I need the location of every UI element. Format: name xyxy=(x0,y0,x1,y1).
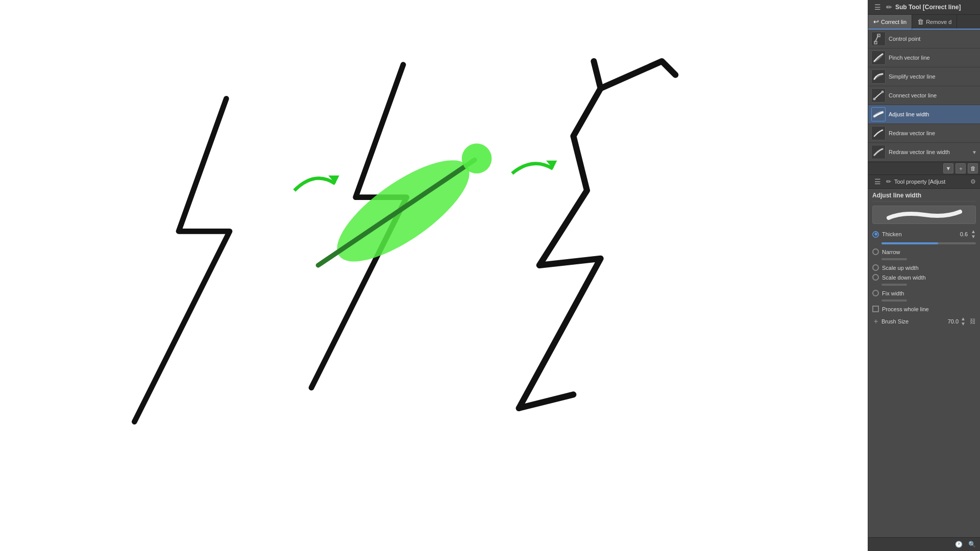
connect-icon-box xyxy=(871,88,886,103)
canvas-area xyxy=(0,0,868,551)
checkbox-process-whole[interactable] xyxy=(872,306,879,312)
tab-bar: ↩ Correct lin 🗑 Remove d xyxy=(868,15,980,30)
svg-point-8 xyxy=(873,98,876,101)
subtool-title: Sub Tool [Correct line] xyxy=(895,4,961,11)
label-process-whole: Process whole line xyxy=(882,306,929,312)
panel-bottom: 🕐 🔍 xyxy=(868,537,980,551)
tool-property-header: ☰ ✏ Tool property [Adjust ⚙ xyxy=(868,175,980,189)
spinner-thicken[interactable]: ▲▼ xyxy=(971,229,976,239)
svg-line-2 xyxy=(318,160,475,265)
svg-point-3 xyxy=(462,143,492,173)
right-result xyxy=(519,61,676,408)
property-settings-icon[interactable]: ⚙ xyxy=(970,178,976,185)
option-fix-width[interactable]: Fix width xyxy=(872,290,976,296)
brush-size-row: ＋ Brush Size 70.0 ▲▼ ⛓ xyxy=(872,316,976,327)
brush-preview-svg xyxy=(884,207,965,223)
tab-remove[interactable]: 🗑 Remove d xyxy=(912,15,957,29)
label-scale-down: Scale down width xyxy=(882,274,976,281)
brush-size-plus-icon[interactable]: ＋ xyxy=(872,317,879,326)
control-point-icon xyxy=(873,33,884,44)
label-thicken: Thicken xyxy=(882,231,957,237)
tab-correct-icon: ↩ xyxy=(873,18,879,26)
adjust-icon-box xyxy=(871,107,886,121)
subtool-header: ☰ ✏ Sub Tool [Correct line] xyxy=(868,0,980,15)
svg-point-9 xyxy=(881,91,884,93)
slider-fix-width[interactable] xyxy=(881,299,907,302)
svg-rect-6 xyxy=(874,41,877,44)
tool-list-footer: ▼ ＋ 🗑 xyxy=(868,162,980,175)
property-title: Adjust line width xyxy=(872,192,976,202)
property-hamburger[interactable]: ☰ xyxy=(872,178,883,186)
tool-item-redraw[interactable]: Redraw vector line xyxy=(868,124,980,143)
tool-label-control-point: Control point xyxy=(889,36,977,42)
tool-label-connect: Connect vector line xyxy=(889,92,977,98)
tool-item-connect[interactable]: Connect vector line xyxy=(868,86,980,105)
redraw-icon-box xyxy=(871,126,886,140)
hamburger-menu[interactable]: ☰ xyxy=(872,3,883,11)
adjust-icon xyxy=(873,109,884,120)
tab-correct-label: Correct lin xyxy=(881,19,906,25)
radio-thicken[interactable] xyxy=(872,231,879,238)
subtool-icon: ✏ xyxy=(886,3,892,11)
redraw-width-expand-icon: ▼ xyxy=(972,149,977,155)
left-bolt xyxy=(134,98,230,421)
brush-size-link-icon[interactable]: ⛓ xyxy=(970,318,976,325)
option-thicken[interactable]: Thicken 0.6 ▲▼ xyxy=(872,229,976,239)
tool-item-simplify[interactable]: Simplify vector line xyxy=(868,67,980,86)
slider-thicken-fill xyxy=(881,242,938,244)
tab-correct-line[interactable]: ↩ Correct lin xyxy=(868,15,912,30)
spinner-brush-size[interactable]: ▲▼ xyxy=(961,316,966,327)
radio-scale-up[interactable] xyxy=(872,264,879,271)
slider-scale-down[interactable] xyxy=(881,284,907,286)
right-panel: ☰ ✏ Sub Tool [Correct line] ↩ Correct li… xyxy=(868,0,980,551)
redraw-icon xyxy=(873,128,884,139)
option-process-whole[interactable]: Process whole line xyxy=(872,306,976,312)
connect-icon xyxy=(873,90,884,101)
label-scale-up: Scale up width xyxy=(882,265,976,271)
value-thicken: 0.6 xyxy=(960,231,968,237)
svg-point-1 xyxy=(323,143,483,280)
label-fix-width: Fix width xyxy=(882,290,976,296)
property-icon: ✏ xyxy=(886,178,891,185)
option-narrow[interactable]: Narrow xyxy=(872,248,976,255)
tool-list: Control point Pinch vector line Simplify… xyxy=(868,30,980,162)
tool-label-redraw: Redraw vector line xyxy=(889,130,977,136)
middle-bolt xyxy=(311,65,492,388)
slider-narrow[interactable] xyxy=(881,258,907,260)
tool-item-control-point[interactable]: Control point xyxy=(868,30,980,48)
brush-size-value: 70.0 xyxy=(948,318,959,324)
bottom-search-icon[interactable]: 🔍 xyxy=(967,539,977,549)
option-scale-down[interactable]: Scale down width xyxy=(872,274,976,281)
arrow-1 xyxy=(295,176,339,190)
radio-fix-width[interactable] xyxy=(872,290,879,296)
pinch-icon-box xyxy=(871,51,886,65)
radio-scale-down[interactable] xyxy=(872,274,879,281)
redraw-width-icon-box xyxy=(871,145,886,159)
tool-label-adjust: Adjust line width xyxy=(889,111,977,117)
tab-remove-label: Remove d xyxy=(926,19,951,25)
tool-footer-down-btn[interactable]: ▼ xyxy=(943,163,953,173)
tool-footer-delete-btn[interactable]: 🗑 xyxy=(968,163,978,173)
brush-size-label: Brush Size xyxy=(881,318,946,324)
option-scale-up[interactable]: Scale up width xyxy=(872,264,976,271)
radio-narrow[interactable] xyxy=(872,248,879,255)
tool-item-adjust[interactable]: Adjust line width xyxy=(868,105,980,124)
tab-remove-icon: 🗑 xyxy=(917,18,924,26)
control-point-icon-box xyxy=(871,32,886,46)
bottom-clock-icon[interactable]: 🕐 xyxy=(953,539,964,549)
redraw-width-icon xyxy=(873,146,884,158)
slider-thicken[interactable] xyxy=(881,242,976,244)
tool-label-simplify: Simplify vector line xyxy=(889,73,977,80)
tool-item-redraw-width[interactable]: Redraw vector line width ▼ xyxy=(868,143,980,162)
tool-footer-add-btn[interactable]: ＋ xyxy=(955,163,966,173)
pinch-icon xyxy=(873,52,884,63)
simplify-icon xyxy=(873,71,884,82)
tool-label-pinch: Pinch vector line xyxy=(889,55,977,61)
brush-preview xyxy=(872,206,976,224)
property-header-title: Tool property [Adjust xyxy=(894,179,945,185)
tool-label-redraw-width: Redraw vector line width xyxy=(889,149,969,155)
tool-item-pinch[interactable]: Pinch vector line xyxy=(868,48,980,67)
label-narrow: Narrow xyxy=(882,249,976,255)
arrow-2 xyxy=(512,161,557,173)
property-section: Adjust line width Thicken 0.6 ▲▼ Narrow xyxy=(868,189,980,537)
